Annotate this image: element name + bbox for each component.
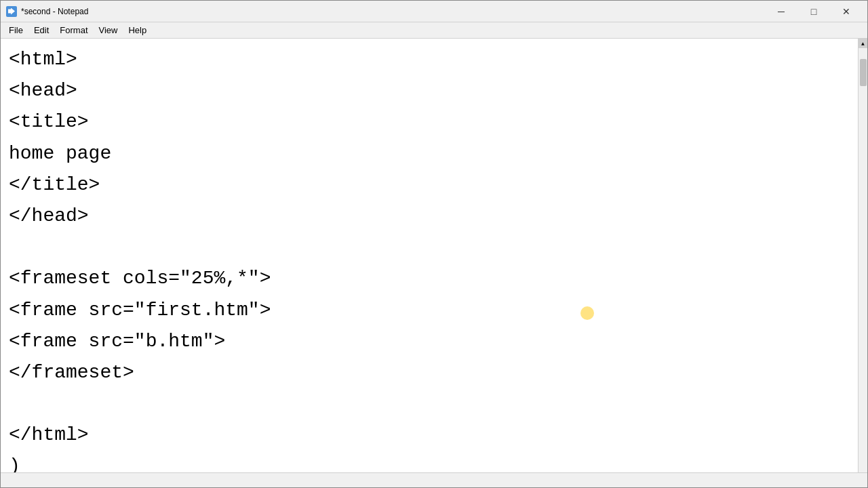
menu-file[interactable]: File [3, 24, 28, 37]
status-bar [1, 472, 867, 487]
menu-help[interactable]: Help [123, 24, 152, 37]
notepad-window: *second - Notepad ─ □ ✕ File Edit Format… [0, 0, 868, 488]
close-button[interactable]: ✕ [831, 3, 862, 20]
line-14: ) [9, 451, 850, 472]
line-4: home page [9, 138, 850, 169]
line-2: <head> [9, 75, 850, 106]
scrollbar-thumb[interactable] [860, 59, 867, 86]
line-3: <title> [9, 106, 850, 138]
title-bar: *second - Notepad ─ □ ✕ [1, 1, 867, 22]
line-13: </html> [9, 420, 850, 451]
text-content[interactable]: <html> <head> <title> home page </title>… [1, 39, 858, 472]
notepad-icon [6, 6, 17, 17]
line-5: </title> [9, 169, 850, 201]
title-bar-left: *second - Notepad [6, 6, 88, 17]
line-12 [9, 388, 850, 420]
line-8: <frameset cols="25%,*"> [9, 263, 850, 294]
window-controls: ─ □ ✕ [766, 3, 862, 20]
line-10: <frame src="b.htm"> [9, 326, 850, 357]
line-9: <frame src="first.htm"> [9, 295, 850, 326]
scroll-up-arrow[interactable]: ▲ [859, 39, 868, 48]
editor-area[interactable]: <html> <head> <title> home page </title>… [1, 39, 867, 472]
menu-format[interactable]: Format [54, 24, 93, 37]
line-11: </frameset> [9, 357, 850, 388]
menu-view[interactable]: View [94, 24, 123, 37]
line-6: </head> [9, 201, 850, 232]
minimize-button[interactable]: ─ [766, 3, 797, 20]
menu-edit[interactable]: Edit [28, 24, 54, 37]
scrollbar-vertical[interactable]: ▲ [858, 39, 867, 472]
maximize-button[interactable]: □ [798, 3, 829, 20]
menu-bar: File Edit Format View Help [1, 22, 867, 39]
window-title: *second - Notepad [21, 7, 88, 16]
line-1: <html> [9, 44, 850, 75]
line-7 [9, 232, 850, 263]
